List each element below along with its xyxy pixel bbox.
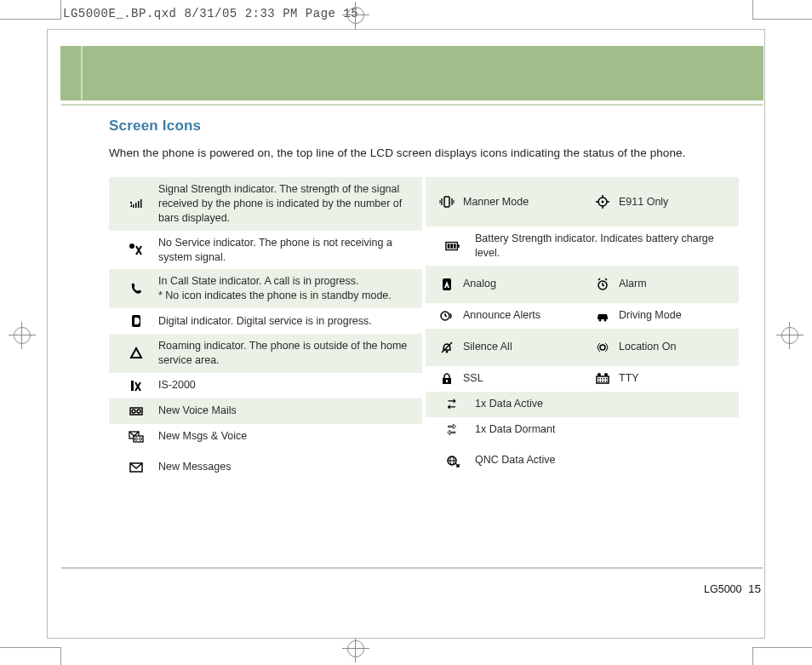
svg-rect-1 (133, 204, 134, 208)
table-row: Announce Alerts Driving Mode (426, 303, 739, 329)
icon-label: SSL (463, 371, 583, 386)
digital-d-icon (114, 313, 158, 329)
icon-label: 1x Data Dormant (475, 422, 739, 437)
svg-rect-22 (450, 244, 453, 248)
icon-desc: Signal Strength indicator. The strength … (158, 182, 422, 226)
signal-bars-icon (114, 196, 158, 211)
section-heading: Screen Icons (109, 118, 201, 135)
icon-label: 1x Data Active (475, 397, 739, 411)
silence-bell-slash-icon (431, 340, 463, 355)
qnc-data-globe-icon (431, 453, 475, 468)
table-row: New Msgs & Voice (109, 424, 422, 450)
alarm-clock-icon (586, 277, 619, 292)
svg-rect-23 (454, 244, 456, 248)
icon-label: Announce Alerts (463, 308, 583, 323)
voicemail-tape-icon (114, 404, 158, 419)
icon-desc: New Msgs & Voice (158, 429, 422, 444)
icon-label: Silence All (463, 340, 583, 354)
table-row: New Voice Mails (109, 398, 422, 424)
data-active-arrows-icon (431, 397, 475, 412)
crop-tick (60, 0, 61, 19)
svg-rect-7 (131, 381, 134, 391)
icon-label: QNC Data Active (475, 453, 739, 467)
icon-desc: New Messages (158, 460, 422, 474)
icon-label: E911 Only (619, 195, 739, 209)
table-row: SSL TTY (426, 366, 739, 392)
svg-rect-3 (138, 201, 140, 208)
svg-point-34 (598, 373, 601, 376)
ssl-lock-icon (431, 371, 463, 387)
roaming-triangle-icon (114, 346, 158, 361)
table-row: IS-2000 (109, 373, 422, 398)
table-row: 1x Data Dormant (426, 417, 739, 443)
svg-rect-41 (601, 381, 603, 382)
svg-rect-32 (446, 380, 448, 382)
data-dormant-arrows-icon (431, 422, 475, 438)
svg-rect-0 (130, 202, 132, 204)
crop-tick (0, 647, 61, 648)
svg-point-5 (129, 244, 134, 249)
icon-label: Analog (463, 277, 583, 291)
crop-tick (752, 647, 812, 648)
announce-speaker-icon (431, 308, 463, 324)
svg-rect-20 (458, 244, 460, 248)
header-band (60, 46, 763, 100)
table-row: Silence All Location On (426, 329, 739, 366)
icon-label: Alarm (619, 277, 739, 291)
svg-point-28 (604, 318, 607, 321)
manner-vibrate-icon (431, 194, 463, 209)
svg-rect-39 (606, 378, 608, 380)
in-call-icon (114, 281, 158, 296)
table-row: Analog Alarm (426, 266, 739, 303)
svg-rect-33 (597, 376, 609, 383)
icon-desc: In Call State indicator. A call is in pr… (158, 274, 422, 303)
registration-mark-icon (778, 324, 802, 347)
driving-car-icon (586, 308, 619, 324)
crop-tick (752, 647, 753, 665)
icon-desc: Digital indicator. Digital service is in… (158, 314, 422, 329)
icon-table-col-left: Signal Strength indicator. The strength … (109, 177, 422, 480)
svg-rect-2 (135, 203, 137, 208)
footer: LG5000 15 (704, 582, 761, 595)
footer-page-number: 15 (748, 582, 761, 595)
svg-rect-43 (606, 381, 608, 382)
crop-tick (0, 19, 61, 20)
new-messages-envelope-icon (114, 460, 158, 475)
registration-mark-icon (344, 3, 368, 27)
footer-model: LG5000 (704, 583, 741, 595)
icon-table: Signal Strength indicator. The strength … (109, 177, 739, 480)
header-rule (61, 104, 763, 106)
crop-tick (60, 647, 61, 665)
icon-label: Location On (619, 340, 739, 354)
table-row: No Service indicator. The phone is not r… (109, 231, 422, 270)
footer-rule (61, 567, 763, 569)
svg-point-35 (604, 373, 608, 376)
table-row: Manner Mode E911 Only (426, 177, 739, 226)
table-row: 1x Data Active (426, 392, 739, 417)
tty-icon (586, 371, 619, 387)
svg-rect-36 (598, 378, 600, 380)
table-row: New Messages (109, 455, 422, 480)
svg-rect-21 (448, 244, 450, 248)
analog-a-icon (431, 277, 463, 292)
icon-desc: New Voice Mails (158, 404, 422, 418)
msgs-and-voice-icon (114, 429, 158, 444)
icon-label: Manner Mode (463, 195, 583, 209)
svg-point-9 (132, 410, 135, 413)
svg-point-30 (600, 345, 605, 350)
registration-mark-icon (10, 324, 34, 347)
svg-rect-38 (603, 378, 605, 380)
table-row: In Call State indicator. A call is in pr… (109, 269, 422, 308)
icon-label: Driving Mode (619, 308, 739, 323)
svg-point-27 (599, 318, 602, 321)
icon-desc: No Service indicator. The phone is not r… (158, 236, 422, 265)
crop-tick (752, 19, 812, 20)
is2000-1x-icon (114, 378, 158, 393)
no-service-icon (114, 243, 158, 258)
svg-point-18 (602, 201, 604, 204)
svg-rect-40 (598, 381, 600, 382)
crop-tick (752, 0, 753, 19)
print-meta-line: LG5000E_.BP.qxd 8/31/05 2:33 PM Page 15 (63, 7, 358, 20)
icon-label: TTY (619, 371, 739, 386)
svg-point-29 (446, 350, 449, 353)
